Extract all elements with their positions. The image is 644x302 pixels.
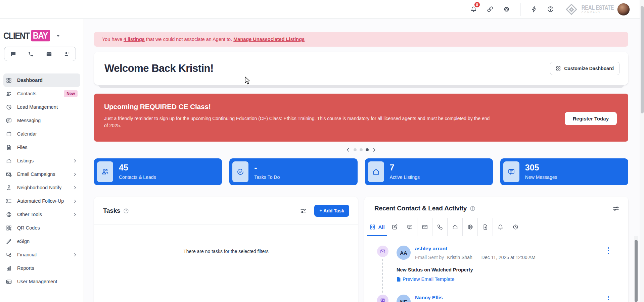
alert-manage-link[interactable]: Manage Unassociated Listings (233, 37, 305, 42)
sidebar-item-qr-codes[interactable]: QR Codes (3, 221, 80, 235)
avatar[interactable]: NE (397, 295, 411, 302)
grid-icon (369, 224, 376, 230)
avatar[interactable]: AA (397, 246, 411, 260)
lightning-icon[interactable] (531, 6, 538, 13)
stat-icon-tile (232, 161, 248, 182)
sidebar-item-label: Reports (17, 265, 34, 271)
tab-all[interactable]: All (367, 218, 387, 236)
contact-name-link[interactable]: Nancy Ellis (415, 295, 443, 301)
alert-listings-link[interactable]: 4 listings (124, 37, 145, 42)
logo-dropdown-caret-icon[interactable] (55, 33, 61, 39)
phone-icon[interactable] (28, 51, 34, 57)
sidebar-item-calendar[interactable]: Calendar (3, 127, 80, 141)
dashboard-grid-icon (6, 77, 12, 84)
preview-email-template-link[interactable]: Preview Email Template (397, 276, 616, 282)
tasks-empty-message: There are no tasks for the selected filt… (94, 249, 358, 254)
top-bar: 8 REAL ESTATE COMPANY (0, 0, 644, 19)
chevron-right-icon (73, 252, 78, 257)
sidebar-item-dashboard[interactable]: Dashboard (3, 73, 80, 87)
register-today-button[interactable]: Register Today (565, 112, 617, 125)
kebab-menu-icon[interactable] (605, 247, 611, 254)
add-contact-icon[interactable] (64, 51, 70, 57)
activity-panel-title: Recent Contact & Lead Activity (374, 205, 467, 212)
customize-dashboard-button[interactable]: Customize Dashboard (550, 62, 619, 75)
activity-action: Email Sent by (415, 255, 444, 260)
filter-sliders-icon[interactable] (300, 207, 307, 214)
sidebar-item-lead-management[interactable]: Lead Management (3, 100, 80, 114)
sidebar-item-financial[interactable]: $ Financial (3, 248, 80, 261)
preview-link-label: Preview Email Template (403, 276, 454, 282)
stat-label: New Messages (525, 174, 557, 180)
ce-banner-body: Just a friendly reminder to sign up for … (104, 115, 495, 129)
help-icon[interactable] (547, 6, 554, 13)
file-icon (6, 144, 12, 151)
contacts-icon (6, 91, 12, 97)
email-icon[interactable] (46, 51, 52, 57)
add-task-button[interactable]: + Add Task (314, 205, 349, 217)
window-scrollbar[interactable] (640, 0, 644, 302)
tab-web[interactable] (463, 218, 478, 236)
sidebar-item-user-management[interactable]: User Management (3, 275, 80, 288)
tab-notes[interactable] (387, 218, 402, 236)
help-icon[interactable] (123, 208, 129, 214)
company-logo-line2: COMPANY (582, 11, 614, 14)
tab-history[interactable] (508, 218, 523, 236)
kebab-menu-icon[interactable] (605, 296, 611, 302)
sidebar-item-messaging[interactable]: Messaging (3, 114, 80, 127)
house-icon (6, 158, 12, 164)
scrollbar-thumb[interactable] (641, 6, 644, 113)
main-content: You have 4 listings that we could not as… (84, 19, 644, 302)
house-icon (372, 168, 380, 176)
topbar-divider (520, 3, 520, 16)
contact-name-link[interactable]: ashley arrant (415, 246, 536, 252)
carousel-dot[interactable] (354, 148, 357, 151)
sidebar-item-files[interactable]: Files (3, 141, 80, 154)
tab-messages[interactable] (402, 218, 417, 236)
filter-sliders-icon[interactable] (612, 205, 619, 212)
tab-calls[interactable] (432, 218, 448, 236)
sidebar-item-listings[interactable]: Listings (3, 154, 80, 167)
sidebar-item-contacts[interactable]: Contacts New (3, 87, 80, 100)
link-icon[interactable] (487, 6, 494, 13)
tasks-panel-title: Tasks (103, 207, 120, 214)
sidebar-item-other-tools[interactable]: Other Tools (3, 208, 80, 221)
notifications-button[interactable]: 8 (470, 6, 477, 13)
sidebar: CLIENT BAY Dashboard Contacts New Lead M… (0, 19, 84, 302)
company-logo-line1: REAL ESTATE (582, 4, 614, 11)
sidebar-item-reports[interactable]: Reports (3, 261, 80, 275)
qr-code-icon (6, 225, 12, 231)
pie-chart-icon (6, 104, 12, 110)
carousel-next-icon[interactable] (372, 147, 377, 152)
help-icon[interactable] (470, 206, 475, 211)
sidebar-item-neighborhood-notify[interactable]: Neighborhood Notify (3, 181, 80, 194)
sidebar-item-automated-follow-up[interactable]: Automated Follow-Up (3, 194, 80, 208)
tab-files[interactable] (478, 218, 493, 236)
tab-alerts[interactable] (493, 218, 508, 236)
gear-icon[interactable] (503, 6, 510, 13)
meta-divider (477, 254, 477, 260)
stat-card-contacts-leads[interactable]: 45 Contacts & Leads (94, 158, 222, 185)
activity-type-bubble (377, 295, 388, 302)
scrollbar-thumb[interactable] (635, 240, 638, 302)
customize-dashboard-label: Customize Dashboard (564, 66, 614, 71)
stat-value: 7 (390, 163, 420, 172)
chat-icon (407, 224, 413, 230)
carousel-dot-active[interactable] (366, 148, 369, 151)
quickbar-divider (22, 51, 22, 57)
stat-card-tasks[interactable]: - Tasks To Do (229, 158, 357, 185)
tab-emails[interactable] (417, 218, 432, 236)
user-avatar[interactable] (617, 3, 630, 16)
sidebar-item-email-campaigns[interactable]: Email Campaigns (3, 167, 80, 181)
banner-carousel-controls (94, 147, 628, 153)
sidebar-item-esign[interactable]: eSign (3, 235, 80, 248)
carousel-dot[interactable] (360, 148, 363, 151)
stat-card-new-messages[interactable]: 305 New Messages (500, 158, 628, 185)
quickbar-divider (40, 51, 40, 57)
carousel-prev-icon[interactable] (346, 147, 351, 152)
activity-timestamp: Dec 11, 2025 at 12:00 AM (481, 255, 536, 260)
chat-icon[interactable] (10, 51, 16, 57)
tab-listings[interactable] (448, 218, 463, 236)
stat-value: - (254, 163, 280, 172)
content-scrollbar[interactable] (634, 236, 638, 302)
stat-card-active-listings[interactable]: 7 Active Listings (365, 158, 493, 185)
